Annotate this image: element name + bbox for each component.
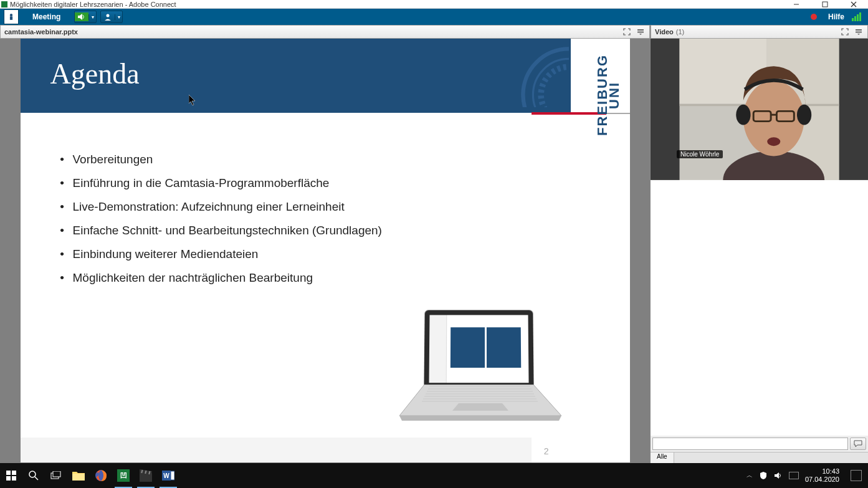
send-button[interactable] — [850, 438, 866, 450]
chat-pod: Chat (Alle) Alle — [651, 162, 868, 463]
svg-rect-54 — [140, 473, 152, 482]
recording-indicator-icon — [811, 14, 817, 20]
tray-keyboard-icon[interactable] — [789, 472, 799, 479]
svg-rect-24 — [856, 29, 862, 31]
speaker-icon — [75, 12, 88, 21]
svg-rect-49 — [53, 471, 60, 477]
svg-point-34 — [736, 105, 750, 125]
app-icon — [1, 1, 7, 7]
pod-options-icon[interactable] — [636, 27, 646, 37]
uni-freiburg-logo: FREIBURG UNI — [596, 54, 621, 136]
search-icon — [28, 470, 39, 481]
svg-rect-60 — [171, 471, 174, 480]
svg-line-47 — [35, 477, 38, 480]
windows-icon — [6, 471, 16, 481]
minimize-button[interactable] — [782, 0, 811, 9]
chat-bubble-icon — [854, 440, 862, 447]
slide-bullets: •Vorbereitungen •Einführung in die Camta… — [52, 148, 382, 290]
taskbar-clock[interactable]: 10:43 07.04.2020 — [805, 467, 839, 483]
close-button[interactable] — [839, 0, 868, 9]
taskbar-word[interactable]: W — [157, 463, 179, 488]
taskbar-firefox[interactable] — [90, 463, 112, 488]
chat-tab-all[interactable]: Alle — [651, 452, 674, 463]
svg-rect-42 — [6, 471, 11, 475]
video-pod: Video (1) — [651, 25, 868, 162]
person-icon — [101, 12, 115, 21]
svg-marker-14 — [399, 416, 561, 421]
pod-options-icon[interactable] — [854, 27, 864, 37]
video-pod-header: Video (1) — [651, 25, 868, 39]
svg-rect-44 — [6, 476, 11, 481]
presenter-name-tag: Nicole Wöhrle — [677, 150, 723, 158]
security-icon[interactable] — [759, 471, 768, 480]
svg-marker-23 — [189, 95, 195, 105]
share-pod-body: Agenda FREIBURG UNI •Vorbereitungen •Ein… — [0, 39, 650, 463]
meeting-menu[interactable]: Meeting — [25, 10, 68, 24]
svg-point-35 — [797, 105, 811, 125]
fullscreen-icon[interactable] — [622, 27, 632, 37]
university-seal-icon — [519, 45, 569, 107]
system-tray[interactable]: ︿ 10:43 07.04.2020 — [742, 467, 868, 483]
svg-rect-43 — [12, 471, 16, 475]
taskbar-camtasia[interactable]: 凹 — [112, 463, 135, 488]
share-filename: camtasia-webinar.pptx — [4, 28, 78, 36]
help-menu[interactable]: Hilfe — [828, 12, 844, 21]
svg-point-39 — [767, 137, 780, 146]
list-item: •Einfache Schnitt- und Bearbeitungstechn… — [52, 219, 382, 242]
volume-icon[interactable] — [774, 471, 783, 480]
svg-text:凹: 凹 — [120, 472, 127, 479]
word-icon: W — [162, 469, 174, 482]
svg-marker-13 — [399, 385, 561, 416]
svg-rect-28 — [839, 39, 868, 180]
taskbar-explorer[interactable] — [67, 463, 90, 488]
svg-marker-6 — [78, 14, 82, 20]
task-view-button[interactable] — [45, 463, 67, 488]
start-button[interactable] — [0, 463, 22, 488]
window-title: Möglichkeiten digitaler Lehrszenarien - … — [10, 1, 176, 8]
notifications-button[interactable] — [851, 470, 862, 481]
taskbar-app[interactable] — [135, 463, 157, 488]
connection-signal-icon[interactable] — [852, 12, 862, 21]
svg-point-46 — [29, 471, 36, 477]
camtasia-icon: 凹 — [117, 469, 130, 482]
svg-marker-62 — [775, 472, 779, 479]
slide-page-number: 2 — [544, 446, 549, 456]
presentation-slide: Agenda FREIBURG UNI •Vorbereitungen •Ein… — [21, 39, 630, 462]
list-item: •Live-Demonstration: Aufzeichnung einer … — [52, 195, 382, 219]
adobe-connect-logo[interactable] — [4, 9, 19, 24]
chevron-down-icon[interactable]: ▾ — [115, 14, 122, 20]
chat-input[interactable] — [652, 438, 848, 450]
fullscreen-icon[interactable] — [840, 27, 850, 37]
clapper-icon — [140, 469, 152, 482]
share-pod-header: camtasia-webinar.pptx — [0, 25, 650, 39]
webcam-button[interactable]: ▾ — [100, 11, 123, 23]
list-item: •Vorbereitungen — [52, 148, 382, 171]
maximize-button[interactable] — [811, 0, 839, 9]
list-item: •Einbindung weiterer Mediendateien — [52, 242, 382, 266]
firefox-icon — [95, 469, 107, 482]
task-view-icon — [50, 471, 62, 480]
window-titlebar: Möglichkeiten digitaler Lehrszenarien - … — [0, 0, 868, 9]
chat-messages[interactable] — [651, 176, 868, 436]
svg-marker-15 — [452, 403, 508, 411]
speaker-button[interactable]: ▾ — [74, 11, 97, 23]
svg-rect-5 — [10, 16, 12, 20]
svg-point-7 — [107, 14, 110, 17]
cursor-icon — [189, 95, 196, 108]
laptop-illustration — [399, 310, 561, 434]
svg-rect-50 — [72, 474, 85, 481]
tray-chevron-icon[interactable]: ︿ — [746, 471, 753, 480]
svg-rect-1 — [823, 2, 827, 7]
list-item: •Einführung in die Camtasia-Programmober… — [52, 171, 382, 195]
svg-rect-45 — [12, 476, 16, 481]
svg-rect-8 — [637, 29, 644, 31]
folder-icon — [72, 471, 85, 481]
svg-text:W: W — [163, 472, 169, 479]
search-button[interactable] — [22, 463, 45, 488]
chevron-down-icon[interactable]: ▾ — [88, 14, 96, 20]
svg-rect-25 — [856, 32, 862, 33]
svg-rect-9 — [637, 32, 644, 33]
list-item: •Möglichkeiten der nachträglichen Bearbe… — [52, 266, 382, 290]
windows-taskbar: 凹 W ︿ 10:43 07.04.2020 — [0, 463, 868, 488]
svg-point-4 — [10, 14, 12, 16]
